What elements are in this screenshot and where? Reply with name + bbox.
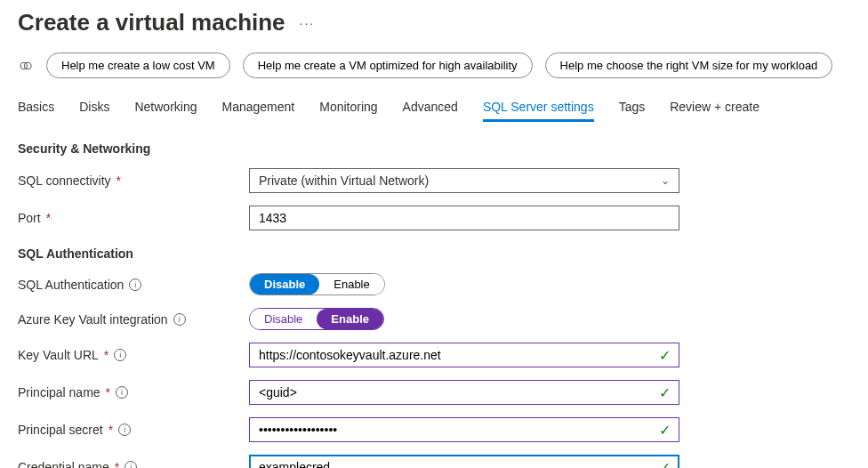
required-mark: * [104, 348, 108, 362]
tab-disks[interactable]: Disks [79, 100, 109, 122]
principal-secret-label: Principal secret [18, 423, 103, 437]
tab-monitoring[interactable]: Monitoring [319, 100, 377, 122]
copilot-icon [18, 58, 34, 74]
suggestion-high-availability-button[interactable]: Help me create a VM optimized for high a… [243, 52, 533, 78]
key-vault-url-label: Key Vault URL [18, 348, 99, 362]
page-title: Create a virtual machine [18, 9, 285, 36]
tabs-nav: Basics Disks Networking Management Monit… [18, 100, 850, 122]
section-security-networking: Security & Networking [18, 141, 850, 156]
info-icon[interactable]: i [114, 349, 126, 361]
sql-auth-disable-button[interactable]: Disable [250, 274, 319, 295]
akv-integration-toggle: Disable Enable [249, 308, 384, 330]
tab-advanced[interactable]: Advanced [403, 100, 458, 122]
sql-authentication-toggle: Disable Enable [249, 273, 385, 295]
sql-connectivity-select[interactable]: Private (within Virtual Network) ⌄ [249, 168, 679, 193]
akv-enable-button[interactable]: Enable [317, 309, 383, 329]
port-input[interactable] [249, 206, 679, 230]
principal-name-input[interactable] [249, 380, 679, 405]
sql-auth-enable-button[interactable]: Enable [319, 274, 383, 295]
tab-basics[interactable]: Basics [18, 100, 54, 122]
tab-tags[interactable]: Tags [619, 100, 646, 122]
required-mark: * [46, 211, 51, 225]
section-sql-authentication: SQL Authentication [18, 246, 850, 261]
required-mark: * [108, 423, 113, 437]
akv-disable-button[interactable]: Disable [250, 309, 317, 329]
info-icon[interactable]: i [118, 424, 131, 436]
principal-name-label: Principal name [18, 385, 100, 399]
required-mark: * [106, 385, 110, 399]
sql-authentication-label: SQL Authentication [18, 278, 124, 292]
more-actions-button[interactable]: ··· [300, 16, 316, 30]
info-icon[interactable]: i [129, 278, 141, 291]
key-vault-url-input[interactable] [249, 343, 679, 367]
akv-integration-label: Azure Key Vault integration [18, 312, 168, 327]
suggestion-low-cost-button[interactable]: Help me create a low cost VM [46, 52, 230, 78]
tab-management[interactable]: Management [222, 100, 295, 122]
tab-sql-server-settings[interactable]: SQL Server settings [483, 100, 594, 122]
sql-connectivity-value: Private (within Virtual Network) [259, 173, 429, 188]
svg-point-1 [25, 62, 32, 69]
credential-name-label: Credential name [18, 460, 109, 468]
info-icon[interactable]: i [116, 386, 128, 399]
info-icon[interactable]: i [125, 461, 137, 468]
chevron-down-icon: ⌄ [661, 174, 670, 187]
tab-networking[interactable]: Networking [134, 100, 197, 122]
principal-secret-input[interactable] [249, 417, 679, 442]
suggestion-vm-size-button[interactable]: Help me choose the right VM size for my … [545, 52, 833, 78]
required-mark: * [115, 460, 119, 468]
credential-name-input[interactable] [249, 455, 679, 468]
info-icon[interactable]: i [173, 313, 186, 326]
required-mark: * [117, 173, 121, 188]
port-label: Port [18, 211, 41, 225]
sql-connectivity-label: SQL connectivity [18, 173, 111, 188]
tab-review-create[interactable]: Review + create [670, 100, 760, 122]
